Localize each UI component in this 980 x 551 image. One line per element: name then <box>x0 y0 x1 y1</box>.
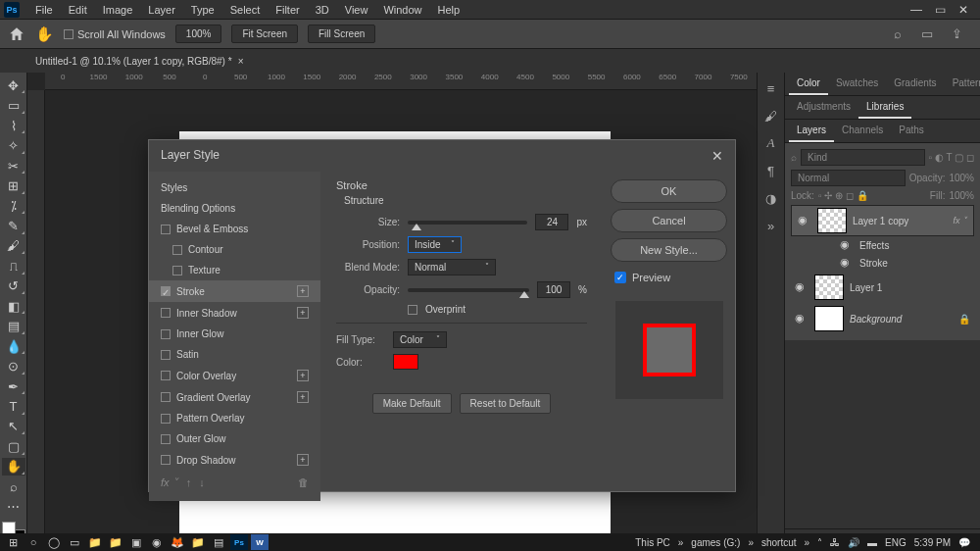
maximize-button[interactable]: ▭ <box>933 3 947 17</box>
ok-button[interactable]: OK <box>611 179 727 203</box>
tray-up-icon[interactable]: ˄ <box>817 537 822 548</box>
marquee-tool[interactable]: ▭ <box>2 96 25 114</box>
fit-screen-button[interactable]: Fit Screen <box>231 25 298 43</box>
style-item-contour[interactable]: Contour <box>149 239 320 260</box>
style-item-gradient-overlay[interactable]: Gradient Overlay+ <box>149 386 320 408</box>
paragraph-icon[interactable]: ¶ <box>761 161 781 180</box>
stamp-tool[interactable]: ⎍ <box>2 257 25 275</box>
menu-view[interactable]: View <box>337 2 376 18</box>
tab-color[interactable]: Color <box>789 73 828 95</box>
tab-swatches[interactable]: Swatches <box>828 73 886 95</box>
add-instance-icon[interactable]: + <box>297 454 309 466</box>
opacity-input[interactable]: 100 <box>537 281 570 298</box>
menu-edit[interactable]: Edit <box>61 2 95 18</box>
filltype-select[interactable]: Color˅ <box>393 331 447 348</box>
network-icon[interactable]: 🖧 <box>830 537 840 548</box>
type-tool[interactable]: T <box>2 397 25 415</box>
notifications-icon[interactable]: 💬 <box>958 537 970 548</box>
style-checkbox[interactable] <box>161 455 171 465</box>
menu-window[interactable]: Window <box>375 2 429 18</box>
frame-tool[interactable]: ⊞ <box>2 176 25 194</box>
blendmode-select[interactable]: Normal˅ <box>408 259 496 276</box>
tab-gradients[interactable]: Gradients <box>886 73 944 95</box>
menu-layer[interactable]: Layer <box>140 2 183 18</box>
menu-select[interactable]: Select <box>222 2 269 18</box>
document-tab[interactable]: Untitled-1 @ 10.1% (Layer 1 copy, RGB/8#… <box>27 52 251 71</box>
style-checkbox[interactable] <box>161 350 171 360</box>
size-slider[interactable] <box>408 221 527 225</box>
tab-paths[interactable]: Paths <box>891 120 932 142</box>
move-tool[interactable]: ✥ <box>2 76 25 94</box>
up-icon[interactable]: ↑ <box>186 476 192 489</box>
history-icon[interactable]: ≡ <box>761 78 781 98</box>
style-checkbox[interactable] <box>161 434 171 444</box>
collapse-icon[interactable]: » <box>761 216 781 235</box>
app-icon[interactable]: 📁 <box>189 534 207 550</box>
search-icon[interactable]: ○ <box>24 534 42 550</box>
preview-checkbox[interactable]: ✓ <box>614 272 626 283</box>
trash-icon[interactable]: 🗑 <box>298 476 309 489</box>
add-instance-icon[interactable]: + <box>297 285 309 297</box>
visibility-icon[interactable]: ◉ <box>795 312 808 326</box>
menu-type[interactable]: Type <box>183 2 222 18</box>
style-checkbox[interactable] <box>172 245 182 255</box>
tab-libraries[interactable]: Libraries <box>858 96 911 119</box>
properties-icon[interactable]: ◑ <box>761 188 781 208</box>
minimize-button[interactable]: — <box>909 3 923 17</box>
down-icon[interactable]: ↓ <box>199 476 205 489</box>
add-instance-icon[interactable]: + <box>297 391 309 403</box>
style-item-satin[interactable]: Satin <box>149 344 320 365</box>
add-instance-icon[interactable]: + <box>297 307 309 319</box>
taskbar-shortcut[interactable]: shortcut <box>761 537 797 548</box>
style-item-outer-glow[interactable]: Outer Glow <box>149 428 320 449</box>
layer-thumbnail[interactable] <box>817 208 847 233</box>
menu-filter[interactable]: Filter <box>268 2 307 18</box>
zoom-level[interactable]: 100% <box>175 25 222 43</box>
style-checkbox[interactable] <box>161 329 171 339</box>
style-checkbox[interactable] <box>161 414 171 424</box>
lasso-tool[interactable]: ⌇ <box>2 117 25 134</box>
path-tool[interactable]: ↖ <box>2 418 25 435</box>
eyedropper-tool[interactable]: ⁒ <box>2 197 25 215</box>
layer-name[interactable]: Layer 1 copy <box>853 216 947 226</box>
filter-icons[interactable]: ▫ ◐ T ▢ ◻ <box>929 152 974 163</box>
style-checkbox[interactable]: ✓ <box>161 286 171 296</box>
lang-indicator[interactable]: ENG <box>885 537 906 548</box>
fx-menu-icon[interactable]: fx ˅ <box>161 476 178 489</box>
make-default-button[interactable]: Make Default <box>372 393 452 414</box>
style-checkbox[interactable] <box>161 371 171 380</box>
app-icon[interactable]: 📁 <box>107 534 124 550</box>
blur-tool[interactable]: 💧 <box>2 337 25 355</box>
visibility-icon[interactable]: ◉ <box>840 238 854 252</box>
layer-row[interactable]: ◉ Background 🔒 <box>791 303 974 334</box>
dialog-close-icon[interactable]: ✕ <box>711 148 723 164</box>
menu-help[interactable]: Help <box>430 2 468 18</box>
zoom-tool[interactable]: ⌕ <box>2 477 25 495</box>
style-checkbox[interactable] <box>161 308 171 318</box>
visibility-icon[interactable]: ◉ <box>795 280 808 294</box>
layer-thumbnail[interactable] <box>814 306 844 331</box>
workspace-icon[interactable]: ▭ <box>917 25 937 44</box>
photoshop-icon[interactable]: Ps <box>230 534 248 550</box>
wand-tool[interactable]: ✧ <box>2 136 25 154</box>
visibility-icon[interactable]: ◉ <box>798 214 811 227</box>
add-instance-icon[interactable]: + <box>297 370 309 381</box>
layer-thumbnail[interactable] <box>814 275 844 300</box>
blending-options[interactable]: Blending Options <box>149 198 320 219</box>
layer-row[interactable]: ◉ Layer 1 copy fx ˅ <box>791 205 974 236</box>
app-icon[interactable]: ▤ <box>210 534 227 550</box>
style-item-drop-shadow[interactable]: Drop Shadow+ <box>149 449 320 471</box>
close-button[interactable]: ✕ <box>956 3 970 17</box>
scroll-all-checkbox[interactable] <box>64 29 74 39</box>
battery-icon[interactable]: ▬ <box>867 537 877 548</box>
style-item-inner-shadow[interactable]: Inner Shadow+ <box>149 302 320 324</box>
fx-badge[interactable]: fx ˅ <box>953 216 967 225</box>
layer-filter-kind[interactable]: Kind <box>801 149 925 166</box>
clock[interactable]: 5:39 PM <box>914 537 951 548</box>
style-item-inner-glow[interactable]: Inner Glow <box>149 324 320 344</box>
layer-row[interactable]: ◉ Layer 1 <box>791 272 974 303</box>
color-swatch[interactable] <box>393 354 418 370</box>
fill-screen-button[interactable]: Fill Screen <box>308 25 375 43</box>
pen-tool[interactable]: ✒ <box>2 377 25 395</box>
heal-tool[interactable]: ✎ <box>2 217 25 234</box>
